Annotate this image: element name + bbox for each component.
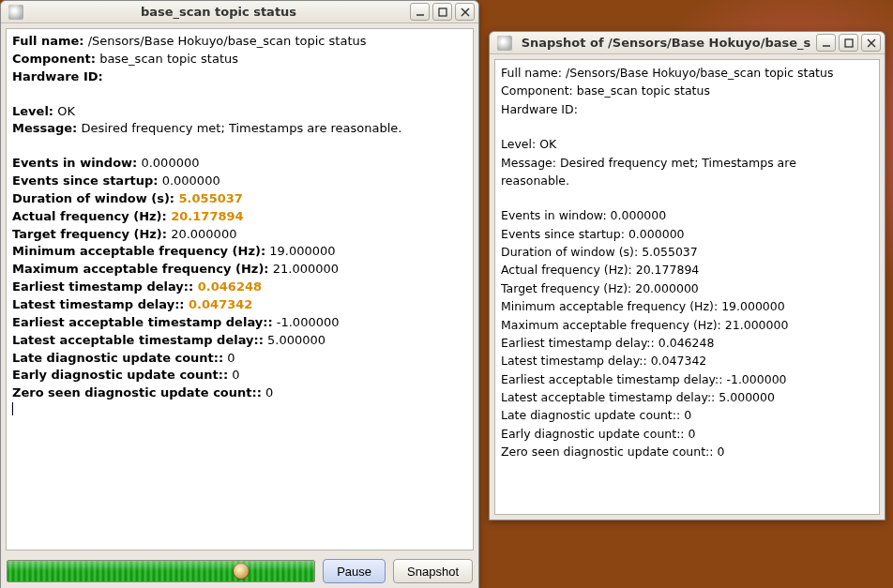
message-value: Desired frequency met; Timestamps are re… [77,121,401,135]
minimize-button[interactable] [816,34,836,52]
events-window-row: Events in window: 0.000000 [501,206,873,224]
actual-freq-row: Actual frequency (Hz): 20.177894 [501,261,873,279]
latest-ts-value: 0.047342 [185,297,253,311]
app-icon [497,36,512,51]
snapshot-window: Snapshot of /Sensors/Base Hokuyo/base_s … [489,31,885,520]
full-name-value: /Sensors/Base Hokuyo/base_scan topic sta… [84,34,367,48]
max-freq-row: Maximum acceptable frequency (Hz): 21.00… [501,316,873,334]
full-name-label: Full name: [12,34,84,48]
earliest-acc-label: Earliest acceptable timestamp delay:: [12,315,273,329]
latest-acc-value: 5.000000 [264,333,325,347]
earliest-ts-value: 0.046248 [193,279,262,294]
zero-count-row: Zero seen diagnostic update count:: 0 [501,443,873,460]
component-row: Component: base_scan topic status [501,82,873,99]
close-button[interactable] [455,3,475,21]
early-count-row: Early diagnostic update count:: 0 [501,425,873,443]
message-row-2: reasonable. [501,172,873,189]
zero-count-label: Zero seen diagnostic update count:: [12,385,262,400]
diagnostic-content: Full name: /Sensors/Base Hokuyo/base_sca… [6,28,474,550]
actual-freq-label: Actual frequency (Hz): [12,209,167,223]
minimize-button[interactable] [410,3,430,21]
actual-freq-value: 20.177894 [167,209,244,223]
min-freq-label: Minimum acceptable frequency (Hz): [12,244,265,258]
window-controls [410,3,475,21]
pause-button[interactable]: Pause [323,559,386,583]
window-title: base_scan topic status [27,5,410,19]
hardware-id-label: Hardware ID: [12,69,103,83]
titlebar[interactable]: base_scan topic status [1,1,478,23]
max-freq-label: Maximum acceptable frequency (Hz): [12,262,269,276]
message-label: Message: [12,121,77,135]
target-freq-row: Target frequency (Hz): 20.000000 [501,279,873,297]
events-startup-row: Events since startup: 0.000000 [501,225,873,243]
earliest-ts-row: Earliest timestamp delay:: 0.046248 [501,334,873,352]
svg-rect-1 [439,8,446,16]
titlebar[interactable]: Snapshot of /Sensors/Base Hokuyo/base_s [490,32,885,54]
progress-slider[interactable] [7,560,315,582]
duration-label: Duration of window (s): [12,191,174,205]
late-count-label: Late diagnostic update count:: [12,351,223,365]
svg-rect-5 [845,39,853,47]
bottom-toolbar: Pause Snapshot [1,555,478,588]
close-button[interactable] [861,34,881,52]
events-startup-value: 0.000000 [159,173,220,188]
maximize-button[interactable] [839,34,858,52]
level-row: Level: OK [501,135,873,153]
snapshot-button[interactable]: Snapshot [393,559,473,583]
events-startup-label: Events since startup: [12,173,159,188]
level-value: OK [53,104,75,118]
events-window-label: Events in window: [12,156,137,170]
duration-row: Duration of window (s): 5.055037 [501,243,873,261]
full-name-row: Full name: /Sensors/Base Hokuyo/base_sca… [501,64,873,82]
max-freq-value: 21.000000 [269,262,339,276]
hardware-id-row: Hardware ID: [501,100,873,118]
target-freq-value: 20.000000 [167,227,236,241]
early-count-label: Early diagnostic update count:: [12,368,228,382]
component-value: base_scan topic status [96,52,238,66]
late-count-value: 0 [223,351,235,365]
snapshot-content: Full name: /Sensors/Base Hokuyo/base_sca… [494,59,880,515]
slider-thumb[interactable] [233,563,250,580]
target-freq-label: Target frequency (Hz): [12,227,167,241]
text-cursor [12,402,13,415]
latest-ts-label: Latest timestamp delay:: [12,297,185,311]
earliest-acc-row: Earliest acceptable timestamp delay:: -1… [501,370,873,388]
main-window: base_scan topic status Full name: /Senso… [0,0,479,588]
zero-count-value: 0 [262,385,273,400]
window-controls [816,34,881,52]
level-label: Level: [12,104,53,118]
min-freq-value: 19.000000 [265,244,335,258]
latest-acc-label: Latest acceptable timestamp delay:: [12,333,264,347]
events-window-value: 0.000000 [137,156,199,170]
component-label: Component: [12,52,96,66]
app-icon [8,5,23,20]
window-title: Snapshot of /Sensors/Base Hokuyo/base_s [516,36,816,50]
message-row-1: Message: Desired frequency met; Timestam… [501,154,873,172]
earliest-acc-value: -1.000000 [273,315,340,329]
latest-ts-row: Latest timestamp delay:: 0.047342 [501,352,873,369]
early-count-value: 0 [228,368,239,382]
late-count-row: Late diagnostic update count:: 0 [501,406,873,424]
earliest-ts-label: Earliest timestamp delay:: [12,279,193,294]
min-freq-row: Minimum acceptable frequency (Hz): 19.00… [501,297,873,315]
maximize-button[interactable] [432,3,452,21]
latest-acc-row: Latest acceptable timestamp delay:: 5.00… [501,388,873,406]
duration-value: 5.055037 [174,191,243,205]
